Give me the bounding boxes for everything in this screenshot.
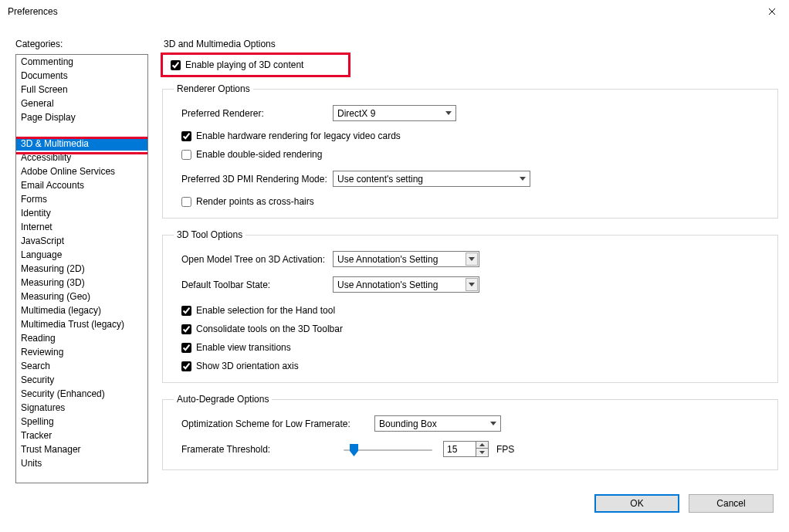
hw-legacy-label: Enable hardware rendering for legacy vid… [196,130,401,141]
transitions-label: Enable view transitions [196,342,291,353]
category-item[interactable]: Commenting [16,55,147,69]
category-item[interactable]: General [16,97,147,110]
cancel-button[interactable]: Cancel [689,494,774,513]
category-item[interactable]: Reading [16,331,147,345]
chevron-down-icon [442,107,455,120]
consolidate-label: Consolidate tools on the 3D Toolbar [196,324,343,334]
hw-legacy-checkbox[interactable] [181,131,191,141]
chevron-down-icon [479,451,485,454]
category-item[interactable]: Internet [16,220,147,234]
pmi-mode-label: Preferred 3D PMI Rendering Mode: [181,174,333,185]
category-item[interactable]: JavaScript [16,234,147,248]
orientation-checkbox[interactable] [181,361,191,371]
chevron-down-icon [466,252,478,266]
hand-select-checkbox-row[interactable]: Enable selection for the Hand tool [181,305,765,316]
category-item[interactable]: Documents [16,69,147,83]
close-button[interactable] [754,0,789,23]
chevron-up-icon [479,443,485,446]
category-item[interactable]: Search [16,359,147,373]
enable-3d-checkbox-row[interactable]: Enable playing of 3D content [171,59,303,70]
enable-3d-label: Enable playing of 3D content [185,59,303,70]
toolbar-state-select[interactable]: Use Annotation's Setting [333,276,479,293]
category-item[interactable]: Security (Enhanced) [16,387,147,401]
double-sided-checkbox[interactable] [181,150,191,160]
category-item[interactable]: Adobe Online Services [16,164,147,178]
consolidate-checkbox-row[interactable]: Consolidate tools on the 3D Toolbar [181,324,765,334]
framerate-threshold-slider[interactable] [344,442,432,457]
category-item[interactable]: Signatures [16,401,147,415]
preferred-renderer-value: DirectX 9 [337,108,375,119]
window-title: Preferences [8,6,58,17]
category-item[interactable]: Forms [16,192,147,206]
category-item[interactable]: Security [16,373,147,387]
pmi-mode-value: Use content's setting [337,174,423,185]
double-sided-label: Enable double-sided rendering [196,149,322,160]
category-item[interactable]: Identity [16,206,147,220]
category-item[interactable]: Reviewing [16,345,147,359]
auto-degrade-legend: Auto-Degrade Options [174,394,272,405]
ok-button[interactable]: OK [594,494,679,513]
transitions-checkbox-row[interactable]: Enable view transitions [181,342,765,353]
hand-select-label: Enable selection for the Hand tool [196,305,335,316]
orientation-label: Show 3D orientation axis [196,361,299,371]
3d-tool-options-legend: 3D Tool Options [174,229,246,240]
framerate-threshold-label: Framerate Threshold: [181,444,344,455]
preferred-renderer-select[interactable]: DirectX 9 [333,105,456,121]
category-item[interactable]: Full Screen [16,83,147,97]
framerate-threshold-unit: FPS [496,444,514,455]
crosshairs-checkbox[interactable] [181,197,191,207]
renderer-options-group: Renderer Options Preferred Renderer: Dir… [162,83,778,219]
category-item[interactable]: Units [16,456,147,470]
spinner-down-button[interactable] [476,449,488,456]
chevron-down-icon [516,172,529,185]
model-tree-label: Open Model Tree on 3D Activation: [181,254,333,265]
slider-thumb-icon[interactable] [350,444,358,456]
orientation-checkbox-row[interactable]: Show 3D orientation axis [181,361,765,371]
categories-label: Categories: [15,39,148,49]
highlight-enable-3d: Enable playing of 3D content [161,53,350,77]
3d-tool-options-group: 3D Tool Options Open Model Tree on 3D Ac… [162,229,778,383]
category-item[interactable]: Measuring (Geo) [16,290,147,303]
category-item[interactable]: Multimedia (legacy) [16,303,147,317]
auto-degrade-group: Auto-Degrade Options Optimization Scheme… [162,394,778,470]
category-item[interactable]: Tracker [16,429,147,442]
crosshairs-label: Render points as cross-hairs [196,196,314,207]
framerate-threshold-input[interactable] [443,441,476,457]
chevron-down-icon [466,278,478,291]
categories-list[interactable]: CommentingDocumentsFull ScreenGeneralPag… [15,54,148,483]
toolbar-state-value: Use Annotation's Setting [337,280,438,290]
framerate-threshold-spinner[interactable] [443,441,489,457]
close-icon [768,8,776,15]
category-item[interactable]: Email Accounts [16,178,147,192]
transitions-checkbox[interactable] [181,343,191,353]
category-item[interactable]: Measuring (3D) [16,276,147,290]
category-item[interactable]: Trust Manager [16,442,147,456]
model-tree-value: Use Annotation's Setting [337,254,438,265]
toolbar-state-label: Default Toolbar State: [181,280,333,290]
hw-legacy-checkbox-row[interactable]: Enable hardware rendering for legacy vid… [181,130,765,141]
category-item[interactable]: Accessibility [16,151,147,164]
category-item[interactable]: Page Display [16,110,147,124]
category-item[interactable]: 3D & Multimedia [16,137,147,151]
optimization-scheme-label: Optimization Scheme for Low Framerate: [181,418,374,429]
category-item[interactable]: Spelling [16,415,147,429]
page-title: 3D and Multimedia Options [164,39,778,49]
category-item[interactable]: Language [16,248,147,262]
double-sided-checkbox-row[interactable]: Enable double-sided rendering [181,149,765,160]
model-tree-select[interactable]: Use Annotation's Setting [333,251,479,267]
pmi-mode-select[interactable]: Use content's setting [333,171,530,187]
spinner-up-button[interactable] [476,442,488,449]
preferred-renderer-label: Preferred Renderer: [181,108,333,119]
enable-3d-checkbox[interactable] [171,60,181,70]
crosshairs-checkbox-row[interactable]: Render points as cross-hairs [181,196,765,207]
consolidate-checkbox[interactable] [181,324,191,334]
optimization-scheme-select[interactable]: Bounding Box [374,415,501,432]
hand-select-checkbox[interactable] [181,306,191,316]
category-item[interactable]: Measuring (2D) [16,262,147,276]
category-item[interactable]: Multimedia Trust (legacy) [16,317,147,331]
chevron-down-icon [487,417,499,430]
optimization-scheme-value: Bounding Box [379,418,437,429]
renderer-options-legend: Renderer Options [174,83,253,94]
